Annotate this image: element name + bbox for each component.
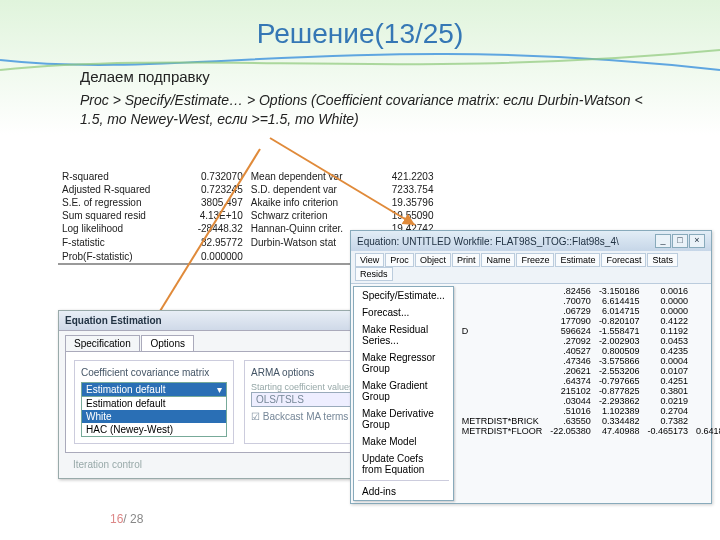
menu-item[interactable]: Make Model [354,433,453,450]
toolbar-button[interactable]: Stats [647,253,678,267]
subtitle: Делаем подправку [80,68,720,85]
cov-matrix-dropdown[interactable]: Estimation default▾ Estimation defaultWh… [81,382,227,437]
coefficient-table: .82456-3.1501860.0016.700706.6144150.000… [456,284,720,503]
equation-window: Equation: UNTITLED Workfile: FLAT98S_ITO… [350,230,712,504]
toolbar-button[interactable]: Name [481,253,515,267]
menu-item[interactable]: Forecast... [354,304,453,321]
page-title: Решение(13/25) [0,18,720,50]
close-icon[interactable]: × [689,234,705,248]
menu-item[interactable]: Specify/Estimate... [354,287,453,304]
toolbar-button[interactable]: Object [415,253,451,267]
instruction-text: Proc > Specify/Estimate… > Options (Coef… [80,91,660,129]
window-title: Equation: UNTITLED Workfile: FLAT98S_ITO… [357,236,619,247]
tab-specification[interactable]: Specification [65,335,140,351]
toolbar-button[interactable]: View [355,253,384,267]
menu-item[interactable]: Make Derivative Group [354,405,453,433]
proc-menu: Specify/Estimate...Forecast...Make Resid… [353,286,454,501]
toolbar-button[interactable]: Forecast [601,253,646,267]
toolbar-button[interactable]: Freeze [516,253,554,267]
tab-options[interactable]: Options [141,335,193,351]
chevron-down-icon: ▾ [217,384,222,395]
menu-item[interactable]: Update Coefs from Equation [354,450,453,478]
toolbar-button[interactable]: Proc [385,253,414,267]
menu-item[interactable]: Make Regressor Group [354,349,453,377]
page-number: 16/ 28 [110,512,143,526]
menu-item[interactable]: Add-ins [354,483,453,500]
cov-matrix-group: Coefficient covariance matrix Estimation… [74,360,234,444]
toolbar: ViewProcObjectPrintNameFreezeEstimateFor… [351,251,711,284]
toolbar-button[interactable]: Print [452,253,481,267]
menu-item[interactable]: Make Residual Series... [354,321,453,349]
menu-item[interactable]: Make Gradient Group [354,377,453,405]
maximize-icon[interactable]: □ [672,234,688,248]
toolbar-button[interactable]: Estimate [555,253,600,267]
cov-matrix-label: Coefficient covariance matrix [81,367,227,378]
dialog-title: Equation Estimation [65,315,162,326]
dropdown-option[interactable]: HAC (Newey-West) [82,423,226,436]
minimize-icon[interactable]: _ [655,234,671,248]
toolbar-button[interactable]: Resids [355,267,393,281]
dropdown-option[interactable]: White [82,410,226,423]
dropdown-option[interactable]: Estimation default [82,397,226,410]
